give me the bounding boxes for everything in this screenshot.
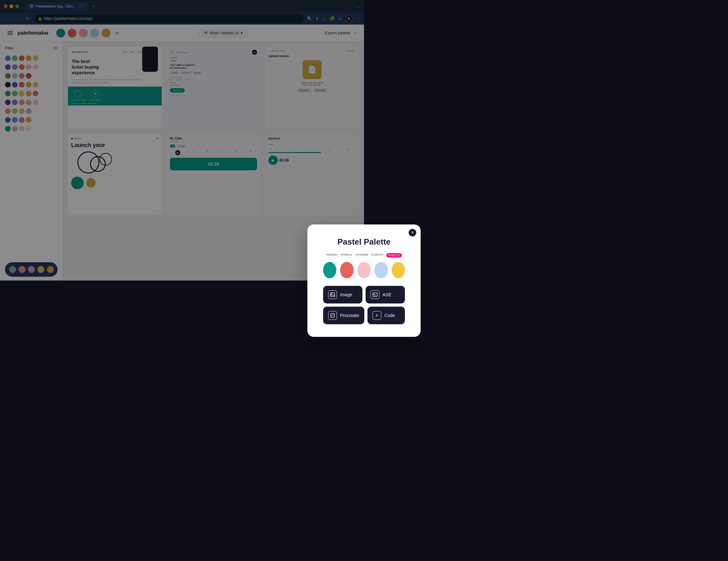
hex-1[interactable]: #08988A <box>326 253 338 257</box>
hex-3[interactable]: #FADEEB <box>355 253 364 257</box>
swatch-pink[interactable] <box>357 262 364 278</box>
modal-swatches <box>323 262 364 278</box>
hex-2[interactable]: #F596A1 <box>341 253 352 257</box>
modal-hex-row: #08988A #F596A1 #FADEEB #C4E1F6 #F90C75 <box>323 253 364 257</box>
swatch-red[interactable] <box>340 262 353 278</box>
modal-overlay[interactable]: ✕ Pastel Palette #08988A #F596A1 #FADEEB… <box>0 0 364 280</box>
modal-title: Pastel Palette <box>323 237 364 247</box>
modal-dialog: ✕ Pastel Palette #08988A #F596A1 #FADEEB… <box>307 224 364 281</box>
swatch-green[interactable] <box>323 262 336 278</box>
